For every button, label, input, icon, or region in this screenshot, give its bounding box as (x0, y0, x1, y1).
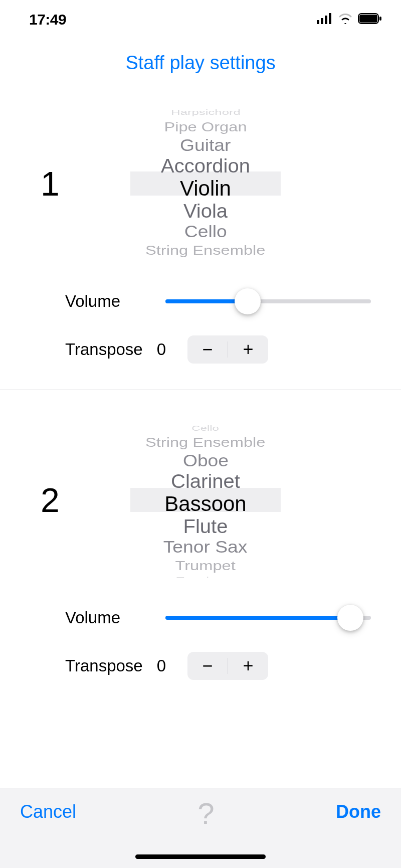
picker-item[interactable]: Tenor Sax (163, 538, 248, 556)
done-button[interactable]: Done (336, 801, 381, 822)
status-bar: 17:49 (0, 0, 401, 30)
svg-rect-0 (317, 20, 319, 24)
transpose-label: Transpose (65, 340, 150, 359)
stepper-plus[interactable]: + (228, 335, 268, 364)
staff-number: 2 (0, 480, 130, 519)
transpose-value: 0 (150, 340, 172, 359)
status-icons (317, 13, 382, 26)
picker-item[interactable]: Cello (192, 425, 220, 431)
slider-thumb[interactable] (337, 605, 363, 631)
transpose-stepper: −+ (187, 652, 268, 680)
picker-item[interactable]: Flute (183, 516, 228, 537)
svg-rect-5 (359, 15, 377, 23)
transpose-label: Transpose (65, 656, 150, 675)
instrument-picker[interactable]: ViolaCelloString EnsembleOboeClarinetBas… (130, 422, 281, 578)
volume-slider[interactable] (165, 616, 371, 620)
help-icon[interactable]: ? (197, 796, 214, 831)
volume-label: Volume (65, 608, 150, 627)
stepper-minus[interactable]: − (187, 652, 228, 680)
home-indicator (135, 854, 266, 859)
wifi-icon (338, 13, 353, 26)
status-time: 17:49 (29, 11, 66, 28)
picker-item[interactable]: Accordion (161, 156, 250, 176)
picker-item[interactable]: Guitar (180, 136, 231, 154)
stepper-plus[interactable]: + (228, 652, 268, 680)
cellular-icon (317, 13, 333, 26)
picker-item[interactable]: Trumpet (175, 559, 236, 572)
instrument-picker[interactable]: PianoHarpsichordPipe OrganGuitarAccordio… (130, 106, 281, 261)
picker-item[interactable]: Violin (180, 177, 231, 201)
picker-item[interactable]: Pipe Organ (164, 120, 247, 133)
stepper-minus[interactable]: − (187, 335, 228, 364)
staff-number: 1 (0, 164, 130, 203)
svg-rect-1 (321, 18, 323, 24)
picker-item[interactable]: Trombone (176, 577, 235, 578)
transpose-value: 0 (150, 656, 172, 675)
cancel-button[interactable]: Cancel (20, 801, 76, 822)
page-title: Staff play settings (0, 52, 401, 74)
picker-item[interactable]: Clarinet (171, 471, 240, 491)
staff-section-1: 1PianoHarpsichordPipe OrganGuitarAccordi… (0, 74, 401, 390)
picker-item[interactable]: Bassoon (164, 492, 246, 516)
transpose-stepper: −+ (187, 335, 268, 364)
volume-label: Volume (65, 292, 150, 311)
picker-item[interactable]: Cello (184, 223, 227, 240)
volume-slider[interactable] (165, 299, 371, 303)
svg-rect-2 (325, 16, 327, 24)
svg-rect-6 (379, 17, 381, 21)
picker-item[interactable]: Viola (183, 201, 228, 221)
picker-item[interactable]: Oboe (182, 452, 228, 469)
staff-section-2: 2ViolaCelloString EnsembleOboeClarinetBa… (0, 390, 401, 706)
battery-icon (358, 13, 382, 26)
picker-item[interactable]: Harpsichord (171, 109, 241, 115)
picker-item[interactable]: String Ensemble (145, 436, 265, 449)
slider-thumb[interactable] (235, 288, 261, 314)
svg-rect-3 (329, 13, 331, 24)
picker-item[interactable]: String Ensemble (145, 244, 265, 257)
